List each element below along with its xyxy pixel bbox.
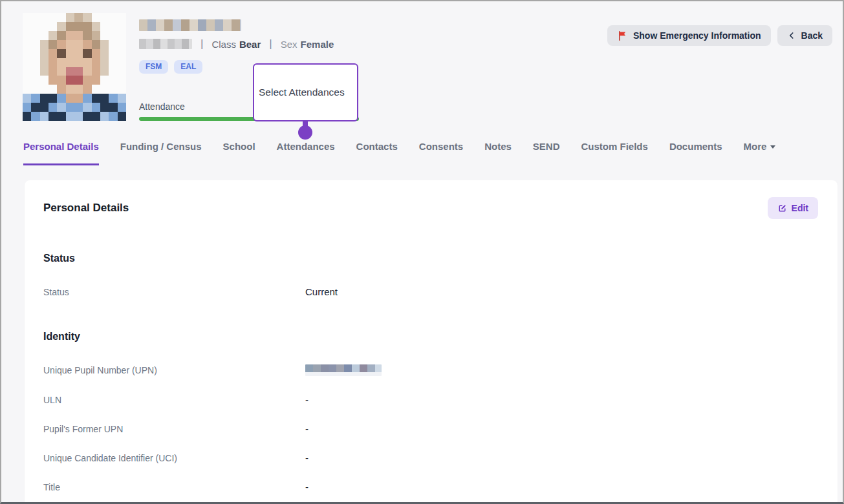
detail-label: ULN	[43, 395, 305, 405]
detail-sections: StatusStatusCurrentIdentityUnique Pupil …	[43, 253, 818, 492]
detail-row: ULN-	[43, 394, 818, 405]
pupil-profile-page: | ClassBear | SexFemale FSMEAL Attendanc…	[0, 0, 844, 504]
separator: |	[269, 37, 272, 50]
detail-value: -	[305, 452, 308, 463]
back-label: Back	[801, 30, 823, 41]
attendance-label: Attendance	[139, 101, 185, 112]
pupil-photo	[23, 13, 126, 121]
detail-row: StatusCurrent	[43, 286, 818, 297]
detail-label: Pupil's Former UPN	[43, 424, 305, 434]
detail-value: -	[305, 394, 308, 405]
redacted-pupil-detail	[139, 39, 192, 49]
detail-row: Unique Candidate Identifier (UCI)-	[43, 452, 818, 463]
detail-row: Title-	[43, 481, 818, 492]
detail-row: Pupil's Former UPN-	[43, 423, 818, 434]
edit-icon	[777, 204, 787, 213]
tab-funding-census[interactable]: Funding / Census	[120, 141, 202, 165]
page-title: Personal Details	[43, 202, 129, 215]
redacted-pupil-name	[139, 19, 241, 31]
edit-label: Edit	[792, 203, 808, 213]
tab-label: School	[223, 141, 255, 152]
tab-label: More	[744, 141, 767, 152]
class-value: Bear	[239, 39, 261, 50]
detail-value: -	[305, 423, 308, 434]
callout-text: Select Attendances	[259, 87, 345, 98]
tab-label: Personal Details	[23, 141, 99, 152]
flag-icon	[617, 30, 628, 41]
tab-label: Notes	[484, 141, 512, 152]
class-field: ClassBear	[211, 39, 261, 50]
detail-label: Unique Pupil Number (UPN)	[43, 365, 305, 375]
tab-label: Attendances	[277, 141, 335, 152]
callout-pointer-dot	[298, 125, 312, 140]
caret-down-icon	[770, 145, 775, 149]
tab-custom-fields[interactable]: Custom Fields	[581, 141, 648, 165]
tab-attendances[interactable]: Attendances	[277, 141, 335, 165]
sex-field: SexFemale	[281, 39, 334, 50]
pupil-meta-line: | ClassBear | SexFemale	[139, 37, 334, 50]
detail-value: -	[305, 481, 308, 492]
tab-label: Contacts	[356, 141, 398, 152]
separator: |	[200, 37, 203, 50]
detail-row: Unique Pupil Number (UPN)	[43, 364, 818, 376]
personal-details-card: Personal Details Edit StatusStatusCurren…	[25, 180, 838, 504]
tab-contacts[interactable]: Contacts	[356, 141, 398, 165]
sex-value: Female	[301, 39, 334, 50]
pupil-badges: FSMEAL	[139, 60, 202, 74]
edit-button[interactable]: Edit	[768, 197, 818, 219]
redacted-value	[305, 364, 382, 376]
tab-label: Documents	[669, 141, 722, 152]
tab-personal-details[interactable]: Personal Details	[23, 141, 99, 165]
tab-send[interactable]: SEND	[533, 141, 560, 165]
tab-label: SEND	[533, 141, 560, 152]
chevron-left-icon	[787, 31, 796, 40]
section-heading: Status	[43, 253, 818, 264]
badge-fsm: FSM	[139, 60, 168, 74]
detail-value: Current	[305, 286, 338, 297]
detail-label: Title	[43, 482, 305, 492]
detail-label: Unique Candidate Identifier (UCI)	[43, 453, 305, 463]
card-header: Personal Details Edit	[43, 197, 818, 219]
header-actions: Show Emergency Information Back	[607, 25, 832, 46]
badge-eal: EAL	[174, 60, 202, 74]
tab-consents[interactable]: Consents	[419, 141, 463, 165]
class-label: Class	[211, 39, 236, 50]
show-emergency-information-label: Show Emergency Information	[633, 30, 761, 41]
tab-label: Consents	[419, 141, 463, 152]
tab-documents[interactable]: Documents	[669, 141, 722, 165]
sex-label: Sex	[281, 39, 298, 50]
tab-school[interactable]: School	[223, 141, 255, 165]
section-heading: Identity	[43, 331, 818, 342]
select-attendances-callout: Select Attendances	[253, 63, 358, 121]
tab-label: Funding / Census	[120, 141, 202, 152]
section-identity: IdentityUnique Pupil Number (UPN)ULN-Pup…	[43, 331, 818, 492]
tab-notes[interactable]: Notes	[484, 141, 512, 165]
section-status: StatusStatusCurrent	[43, 253, 818, 297]
detail-label: Status	[43, 287, 305, 297]
back-button[interactable]: Back	[777, 25, 832, 46]
tab-more[interactable]: More	[744, 141, 776, 165]
profile-tab-bar: Personal DetailsFunding / CensusSchoolAt…	[23, 141, 775, 165]
tab-label: Custom Fields	[581, 141, 648, 152]
show-emergency-information-button[interactable]: Show Emergency Information	[607, 25, 771, 46]
